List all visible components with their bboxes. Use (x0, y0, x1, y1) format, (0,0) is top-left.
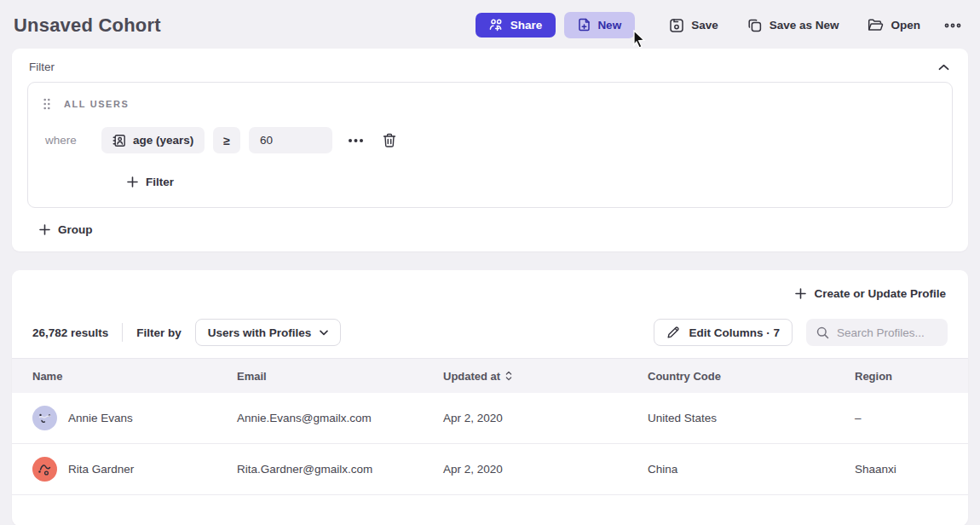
profile-country-code: China (627, 463, 834, 476)
column-header-name[interactable]: Name (12, 370, 216, 383)
save-as-new-button[interactable]: Save as New (741, 13, 846, 38)
operator-selector[interactable]: ≥ (213, 127, 240, 153)
filter-value-input[interactable] (249, 127, 332, 153)
profile-updated-at: Apr 2, 2020 (423, 412, 627, 424)
profile-region: – (834, 412, 968, 424)
pencil-icon (666, 326, 680, 339)
table-row[interactable]: Annie Evans Annie.Evans@gmailx.com Apr 2… (12, 393, 968, 444)
profile-name: Annie Evans (68, 412, 133, 424)
collapse-filter-button[interactable] (937, 62, 951, 72)
open-button[interactable]: Open (861, 13, 927, 38)
search-profiles-box[interactable] (806, 319, 948, 346)
table-row[interactable]: Rita Gardner Rita.Gardner@gmailx.com Apr… (12, 444, 968, 495)
profile-updated-at: Apr 2, 2020 (423, 463, 627, 476)
filter-group: ALL USERS where age (years) ≥ (27, 82, 953, 208)
table-header-row: Name Email Updated at Country Code Regio… (12, 359, 968, 393)
folder-open-icon (868, 18, 884, 32)
search-profiles-input[interactable] (837, 326, 939, 339)
header-toolbar: Share New Save (476, 12, 965, 38)
trash-icon (383, 133, 396, 148)
column-header-country-code[interactable]: Country Code (627, 370, 834, 383)
clause-more-button[interactable] (344, 135, 367, 147)
save-icon (669, 18, 684, 33)
plus-icon (795, 288, 806, 299)
sort-icon[interactable] (505, 371, 512, 381)
filter-panel: Filter ALL USERS where (12, 49, 968, 251)
divider (122, 323, 123, 342)
more-options-button[interactable] (941, 18, 965, 33)
column-header-region[interactable]: Region (834, 370, 968, 383)
property-selector[interactable]: age (years) (101, 127, 205, 153)
filter-by-label: Filter by (136, 326, 182, 339)
search-icon (816, 326, 829, 339)
add-group-button[interactable]: Group (36, 220, 96, 239)
create-or-update-profile-button[interactable]: Create or Update Profile (792, 284, 949, 303)
profile-country-code: United States (627, 412, 834, 424)
edit-columns-button[interactable]: Edit Columns · 7 (654, 319, 793, 346)
app-header: Unsaved Cohort Share New (0, 0, 980, 49)
plus-icon (127, 176, 138, 188)
add-filter-button[interactable]: Filter (124, 172, 177, 192)
file-plus-icon (578, 18, 591, 32)
profile-region: Shaanxi (834, 463, 968, 476)
where-label: where (45, 134, 89, 147)
profiles-filter-dropdown[interactable]: Users with Profiles (195, 319, 342, 346)
page-title: Unsaved Cohort (14, 14, 161, 37)
plus-icon (39, 224, 50, 235)
avatar (32, 457, 57, 482)
chevron-up-icon (938, 64, 949, 71)
delete-clause-button[interactable] (379, 130, 400, 152)
contact-card-icon (112, 134, 126, 147)
ellipsis-icon (348, 138, 364, 143)
profiles-table: Name Email Updated at Country Code Regio… (12, 358, 968, 495)
ellipsis-icon (944, 23, 961, 28)
profile-email: Rita.Gardner@gmailx.com (216, 463, 423, 476)
save-button[interactable]: Save (662, 13, 725, 38)
new-button[interactable]: New (564, 12, 635, 38)
column-header-updated-at[interactable]: Updated at (423, 370, 627, 383)
avatar (32, 406, 57, 430)
results-panel: Create or Update Profile 26,782 results … (12, 270, 968, 525)
share-button[interactable]: Share (476, 13, 556, 38)
filter-clause-row: where age (years) ≥ (42, 127, 938, 153)
results-toolbar: 26,782 results Filter by Users with Prof… (12, 307, 968, 358)
group-scope-label: ALL USERS (64, 99, 130, 109)
filter-panel-title: Filter (29, 61, 55, 73)
chevron-down-icon (320, 330, 328, 336)
drag-handle-icon[interactable] (43, 98, 50, 110)
profile-email: Annie.Evans@gmailx.com (216, 412, 423, 424)
copy-icon (747, 18, 763, 33)
profile-name: Rita Gardner (68, 463, 134, 476)
column-header-email[interactable]: Email (216, 370, 423, 383)
share-users-icon (489, 19, 504, 32)
results-count: 26,782 results (32, 326, 108, 339)
